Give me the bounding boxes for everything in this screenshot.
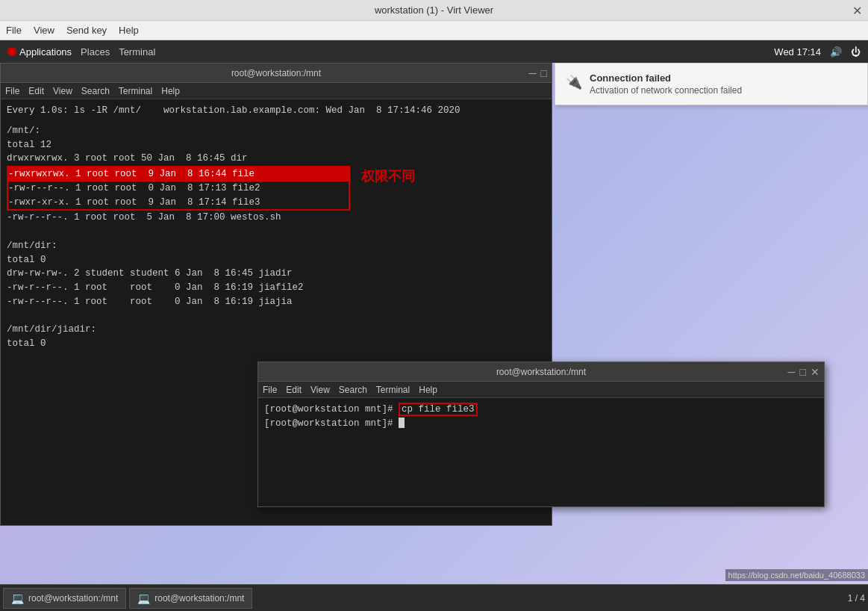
datetime-label: Wed 17:14: [774, 46, 821, 58]
menu-sendkey[interactable]: Send key: [66, 25, 107, 36]
terminal-2-titlebar: root@workstation:/mnt ─ □ ✕: [258, 362, 824, 382]
t1-menu-edit[interactable]: Edit: [28, 86, 44, 96]
title-bar-text: workstation (1) - Virt Viewer: [375, 4, 493, 16]
t1-mntdirjiadir-header: /mnt/dir/jiadir:: [7, 323, 546, 337]
title-bar-close-button[interactable]: ✕: [852, 3, 862, 17]
notification-content: Connection failed Activation of network …: [590, 72, 742, 96]
t1-menu-view[interactable]: View: [53, 86, 72, 96]
speaker-icon[interactable]: 🔊: [830, 46, 842, 58]
menu-help[interactable]: Help: [119, 25, 139, 36]
t1-menu-terminal[interactable]: Terminal: [119, 86, 152, 96]
taskbar-icon-2: 💻: [137, 592, 150, 604]
terminal-1-minimize[interactable]: ─: [529, 67, 537, 79]
t1-dir-line: drwxrwxrwx. 3 root root 50 Jan 8 16:45 d…: [7, 152, 546, 166]
terminal-menu[interactable]: Terminal: [119, 46, 155, 58]
applications-menu[interactable]: Applications: [7, 46, 72, 58]
t1-blank2: [7, 309, 546, 323]
cp-command-highlight: cp file file3: [399, 403, 478, 416]
applications-label[interactable]: Applications: [19, 46, 72, 58]
notification-title: Connection failed: [590, 72, 742, 84]
t2-line2: [root@workstation mnt]#: [264, 417, 818, 431]
taskbar-icon-1: 💻: [11, 592, 24, 604]
virt-viewer-menubar: File View Send key Help: [0, 21, 868, 40]
t2-line1: [root@workstation mnt]# cp file file3: [264, 403, 818, 417]
t2-menu-search[interactable]: Search: [339, 385, 367, 395]
power-icon[interactable]: ⏻: [851, 46, 861, 58]
taskbar-label-1: root@workstation:/mnt: [28, 593, 118, 604]
terminal-2-menubar: File Edit View Search Terminal Help: [258, 382, 824, 398]
terminal-2-restore[interactable]: □: [800, 366, 806, 378]
taskbar: 💻 root@workstation:/mnt 💻 root@workstati…: [0, 584, 868, 611]
t2-menu-view[interactable]: View: [310, 385, 330, 395]
terminal-2-minimize[interactable]: ─: [788, 366, 796, 378]
apps-dot-icon: [7, 47, 16, 56]
t1-jiajia-line: -rw-r--r--. 1 root root 0 Jan 8 16:19 ji…: [7, 295, 546, 309]
notification-body: Activation of network connection failed: [590, 85, 742, 96]
red-annotation-group: -rwxrwxrwx. 1 root root 9 Jan 8 16:44 fi…: [7, 166, 546, 211]
taskbar-label-2: root@workstation:/mnt: [154, 593, 244, 604]
t1-jiafile2-line: -rw-r--r--. 1 root root 0 Jan 8 16:19 ji…: [7, 281, 546, 295]
menu-file[interactable]: File: [6, 25, 22, 36]
t1-total2: total 0: [7, 253, 546, 267]
watermark: https://blog.csdn.net/baidu_40688033: [725, 569, 868, 581]
t1-total: total 12: [7, 138, 546, 152]
t1-file3-line: -rwxr-xr-x. 1 root root 9 Jan 8 17:14 fi…: [8, 196, 349, 210]
menu-view[interactable]: View: [34, 25, 54, 36]
places-menu[interactable]: Places: [81, 46, 110, 58]
cursor-block: [399, 418, 405, 428]
main-content: root@workstation:/mnt ─ □ File Edit View…: [0, 63, 868, 611]
t1-mnt-header: /mnt/:: [7, 124, 546, 138]
terminal-1-restore[interactable]: □: [541, 67, 547, 79]
t2-menu-terminal[interactable]: Terminal: [376, 385, 410, 395]
t1-cmd-watch: Every 1.0s: ls -lR /mnt/ workstation.lab…: [7, 104, 546, 118]
terminal-2-body: [root@workstation mnt]# cp file file3 [r…: [258, 398, 824, 506]
terminal-1-title: root@workstation:/mnt: [231, 68, 321, 78]
t1-mntdir-header: /mnt/dir:: [7, 239, 546, 253]
terminal-1-controls: ─ □: [529, 67, 547, 79]
terminal-1-titlebar: root@workstation:/mnt ─ □: [1, 63, 552, 83]
annotation-quanxian: 权限不同: [361, 167, 415, 185]
terminal-2-controls: ─ □ ✕: [788, 366, 819, 378]
terminal-1-menubar: File Edit View Search Terminal Help: [1, 83, 552, 99]
t1-menu-file[interactable]: File: [5, 86, 19, 96]
desktop-bar-right: Wed 17:14 🔊 ⏻: [774, 46, 861, 58]
t2-menu-edit[interactable]: Edit: [286, 385, 302, 395]
t1-westos-line: -rw-r--r--. 1 root root 5 Jan 8 17:00 we…: [7, 211, 546, 225]
taskbar-item-2[interactable]: 💻 root@workstation:/mnt: [129, 588, 252, 609]
t1-total3: total 0: [7, 337, 546, 351]
t1-file2-line: -rw-r--r--. 1 root root 0 Jan 8 17:13 fi…: [8, 182, 349, 196]
desktop-top-bar: Applications Places Terminal Wed 17:14 🔊…: [0, 40, 868, 63]
connection-failed-notification: 🔌 Connection failed Activation of networ…: [555, 63, 868, 105]
terminal-window-2: root@workstation:/mnt ─ □ ✕ File Edit Vi…: [257, 362, 825, 507]
t1-menu-search[interactable]: Search: [81, 86, 110, 96]
t1-jiadir-line: drw-rw-rw-. 2 student student 6 Jan 8 16…: [7, 267, 546, 281]
terminal-2-close[interactable]: ✕: [811, 366, 819, 378]
t2-menu-help[interactable]: Help: [419, 385, 437, 395]
desktop-bar-left: Applications Places Terminal: [7, 46, 155, 58]
terminal-2-title: root@workstation:/mnt: [496, 367, 586, 377]
t1-blank1: [7, 225, 546, 239]
red-bordered-files: -rwxrwxrwx. 1 root root 9 Jan 8 16:44 fi…: [7, 166, 350, 211]
taskbar-item-1[interactable]: 💻 root@workstation:/mnt: [3, 588, 126, 609]
notification-icon: 🔌: [566, 74, 582, 90]
t1-menu-help[interactable]: Help: [161, 86, 180, 96]
t2-menu-file[interactable]: File: [263, 385, 277, 395]
title-bar: workstation (1) - Virt Viewer ✕: [0, 0, 868, 21]
page-indicator: 1 / 4: [848, 593, 865, 604]
t1-file-line-highlighted: -rwxrwxrwx. 1 root root 9 Jan 8 16:44 fi…: [8, 167, 349, 182]
